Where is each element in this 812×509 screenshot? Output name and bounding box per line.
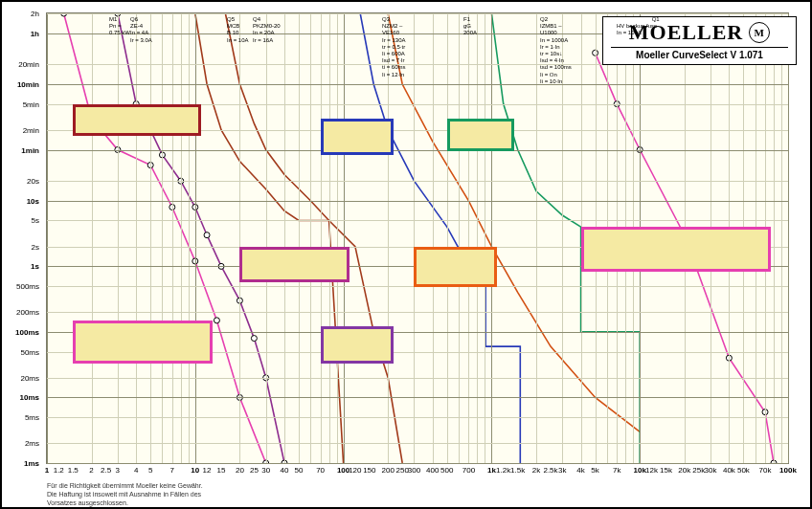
- x-label: 1k: [487, 466, 496, 475]
- x-label: 3: [116, 466, 120, 475]
- x-label: 70k: [759, 466, 772, 475]
- callout-box: [447, 119, 514, 151]
- x-label: 1.2: [54, 466, 64, 475]
- y-label: 20s: [1, 177, 39, 186]
- x-label: 4: [134, 466, 138, 475]
- curve: [360, 13, 520, 463]
- x-label: 100k: [779, 466, 797, 475]
- x-label: 5k: [591, 466, 598, 475]
- x-label: 7: [170, 466, 174, 475]
- x-label: 40k: [723, 466, 735, 475]
- curve-label: Q4 PKZM0-20 In = 20A Ir = 16A: [251, 15, 282, 45]
- data-point: [204, 232, 210, 238]
- y-label: 2min: [1, 125, 39, 134]
- y-label: 1ms: [1, 459, 39, 468]
- curve-label: Q1 HV backup fuse In = 100A: [615, 15, 662, 38]
- x-label: 200: [382, 466, 395, 475]
- x-label: 3k: [558, 466, 566, 475]
- data-point: [251, 336, 257, 342]
- x-label: 300: [408, 466, 420, 475]
- x-label: 20: [236, 466, 244, 475]
- x-label: 1.5k: [510, 466, 525, 475]
- x-label: 70: [316, 466, 325, 475]
- curve: [225, 13, 402, 463]
- page: MOELLER M Moeller CurveSelect V 1.071 Fü…: [0, 0, 812, 509]
- curve: [118, 13, 284, 463]
- curve: [64, 13, 266, 463]
- x-label: 10: [191, 466, 199, 475]
- callout-box: [239, 247, 349, 282]
- x-label: 50k: [737, 466, 750, 475]
- curve: [388, 13, 640, 432]
- x-label: 500: [440, 466, 453, 475]
- x-label: 30: [261, 466, 270, 475]
- x-label: 25k: [692, 466, 705, 475]
- footer-disclaimer: Für die Richtigkeit übernimmt Moeller ke…: [47, 482, 203, 507]
- curve-label: Q6 ZE-4 In = 4A Ir = 3.0A: [128, 15, 154, 45]
- callout-box: [321, 326, 395, 364]
- x-label: 2k: [532, 466, 540, 475]
- x-label: 12k: [645, 466, 658, 475]
- y-label: 2h: [1, 10, 39, 18]
- curve-label: Q2 IZMB1 – U1000 In = 1000A Ir = 1·In tr…: [538, 15, 574, 86]
- x-label: 1: [45, 466, 49, 475]
- x-label: 15: [217, 466, 226, 475]
- x-label: 2: [89, 466, 93, 475]
- x-label: 1.2k: [496, 466, 510, 475]
- y-label: 5s: [1, 216, 39, 225]
- callout-box: [581, 227, 771, 272]
- x-label: 1.5: [68, 466, 79, 475]
- curve-label: F1 gG 200A: [462, 15, 479, 38]
- data-point: [214, 318, 219, 323]
- y-label: 10min: [1, 79, 39, 88]
- y-label: 5min: [1, 100, 39, 108]
- y-label: 2s: [1, 242, 39, 251]
- x-label: 20k: [678, 466, 690, 475]
- y-label: 500ms: [1, 282, 39, 291]
- brand-ring-icon: M: [749, 22, 770, 43]
- curve-label: Q5 MCB B 10 In = 10A: [225, 15, 251, 45]
- x-label: 120: [349, 466, 361, 475]
- callout-box: [73, 321, 213, 364]
- x-label: 400: [426, 466, 439, 475]
- y-label: 10ms: [1, 393, 39, 402]
- x-label: 40: [281, 466, 289, 475]
- x-label: 30k: [705, 466, 717, 475]
- x-label: 10k: [634, 466, 646, 475]
- y-label: 50ms: [1, 347, 39, 356]
- x-label: 15k: [660, 466, 672, 475]
- y-label: 20ms: [1, 373, 39, 382]
- curve-label: Q3 NZM2 – VE160 Ir = 130A tr = 0.5·tr Ii…: [380, 15, 408, 79]
- y-label: 10s: [1, 196, 39, 205]
- x-label: 7k: [613, 466, 620, 475]
- y-label: 100ms: [1, 327, 39, 336]
- y-label: 1s: [1, 262, 39, 271]
- x-label: 5: [148, 466, 152, 475]
- x-label: 50: [295, 466, 304, 475]
- x-label: 25: [250, 466, 259, 475]
- x-label: 4k: [576, 466, 584, 475]
- y-label: 1h: [1, 29, 39, 37]
- callout-box: [321, 119, 395, 156]
- x-label: 150: [363, 466, 375, 475]
- y-label: 2ms: [1, 439, 39, 448]
- callout-box: [414, 247, 497, 287]
- callout-box: [73, 104, 201, 136]
- brand-subtitle: Moeller CurveSelect V 1.071: [611, 50, 788, 60]
- x-label: 12: [203, 466, 212, 475]
- x-label: 700: [462, 466, 475, 475]
- x-label: 2.5: [101, 466, 111, 475]
- y-label: 1min: [1, 145, 39, 154]
- y-label: 200ms: [1, 308, 39, 317]
- y-label: 5ms: [1, 413, 39, 422]
- y-label: 20min: [1, 60, 39, 69]
- x-label: 2.5k: [543, 466, 557, 475]
